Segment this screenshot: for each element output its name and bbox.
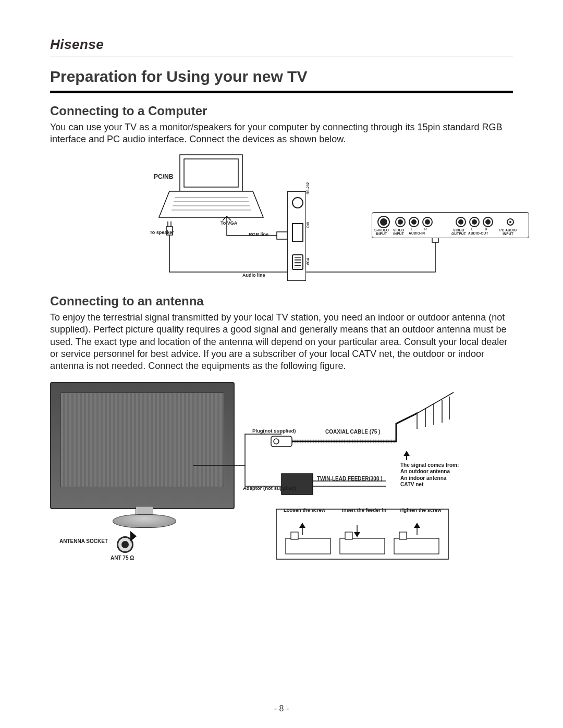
section-heading-antenna: Connecting to an antenna — [50, 294, 513, 309]
svg-rect-22 — [340, 538, 385, 554]
page-number: - 8 - — [0, 704, 563, 713]
jack-audio-out-l — [469, 217, 480, 227]
signal-line-2: An indoor antenna — [400, 475, 459, 482]
svg-rect-24 — [394, 538, 439, 554]
label-plug: Plug(not supplied) — [252, 428, 296, 434]
port-rs232 — [292, 197, 303, 208]
section-body-computer: You can use your TV as a monitor/speaker… — [50, 121, 513, 146]
label-dvi: DVI — [306, 221, 310, 227]
signal-info: The signal comes from: An outdoor antenn… — [400, 462, 459, 488]
manual-page: Hisense Preparation for Using your new T… — [0, 0, 563, 728]
svg-rect-25 — [399, 532, 407, 539]
label-adaptor: Adaptor (not supplied) — [243, 485, 296, 491]
label-step2: Insert the feeder in — [342, 507, 386, 513]
label-pc-nb: PC/NB — [154, 173, 173, 180]
label-step1: Loosen the screw — [284, 507, 325, 513]
label-step3: Tighten the screw — [399, 507, 442, 513]
label-coax: COAXIAL CABLE (75 ) — [325, 429, 380, 435]
brand-logo: Hisense — [50, 36, 513, 53]
page-title: Preparation for Using your new TV — [50, 68, 513, 85]
section-heading-computer: Connecting to a Computer — [50, 104, 513, 118]
section-body-antenna: To enjoy the terrestrial signal transmit… — [50, 312, 513, 373]
tv-side-panel — [287, 191, 306, 281]
port-vga — [292, 254, 303, 270]
jack-audio-in-r — [422, 217, 433, 227]
signal-title: The signal comes from: — [400, 462, 459, 469]
jack-audio-out-r — [483, 217, 493, 227]
jack-svideo — [377, 216, 390, 228]
lbl-audio-in: AUDIO-IN — [409, 231, 425, 235]
tv-rear-panel: S-VIDEO INPUT VIDEO INPUT L R AUDIO-IN V… — [372, 212, 529, 238]
svg-rect-21 — [291, 532, 298, 539]
jack-video-out — [456, 217, 466, 227]
label-twin: TWIN-LEAD FEEDER(300 ) — [317, 476, 383, 482]
label-vga: VGA — [306, 257, 310, 265]
figure-computer-connection: RS-232 DVI VGA S-VIDEO INPUT VIDEO INPUT… — [101, 149, 467, 280]
lbl-video-in: VIDEO INPUT — [393, 228, 404, 236]
svg-rect-4 — [277, 232, 287, 239]
svg-rect-20 — [286, 538, 331, 554]
label-to-speaker: To speaker — [150, 230, 174, 235]
lbl-video-out: VIDEO OUTPUT — [451, 228, 466, 236]
title-rule — [50, 91, 513, 93]
label-rgb-line: RGB line — [249, 232, 268, 237]
label-audio-line: Audio line — [242, 273, 265, 278]
lbl-L2: L — [471, 227, 473, 231]
svg-rect-23 — [345, 532, 352, 539]
lbl-R1: R — [424, 227, 427, 231]
svg-line-9 — [412, 392, 454, 416]
brand-rule — [50, 56, 513, 56]
signal-line-1: An outdoor antenna — [400, 468, 459, 475]
lbl-audio-out: AUDIO-OUT — [468, 231, 488, 235]
jack-video-in — [395, 217, 406, 227]
svg-point-8 — [274, 439, 279, 444]
signal-line-3: CATV net — [400, 482, 459, 488]
label-to-vga: To VGA — [221, 220, 237, 226]
jack-audio-in-l — [409, 217, 419, 227]
figure-antenna-connection: ANTENNA SOCKET ANT 75 Ω — [50, 382, 513, 575]
lbl-svideo: S-VIDEO INPUT — [374, 228, 389, 236]
svg-rect-15 — [282, 474, 313, 495]
lbl-L1: L — [411, 227, 413, 231]
lbl-pc-audio: PC AUDIO INPUT — [499, 228, 517, 236]
jack-pc-audio — [507, 218, 514, 226]
label-rs232: RS-232 — [306, 182, 310, 194]
lbl-R2: R — [485, 227, 487, 231]
port-dvi — [292, 223, 303, 242]
